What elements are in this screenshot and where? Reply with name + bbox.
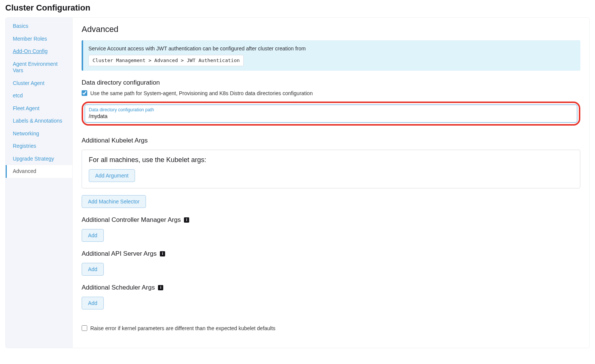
config-panel: Basics Member Roles Add-On Config Agent … (5, 17, 590, 348)
sidebar-item-fleet-agent[interactable]: Fleet Agent (6, 102, 72, 115)
heading-scheduler-args-text: Additional Scheduler Args (82, 284, 155, 291)
banner-text: Service Account access with JWT authenti… (88, 46, 306, 52)
content-area: Advanced Service Account access with JWT… (73, 18, 589, 348)
info-icon[interactable]: i (184, 217, 189, 223)
checkbox-kernel-params[interactable]: Raise error if kernel parameters are dif… (82, 325, 580, 331)
kubelet-args-box-title: For all machines, use the Kubelet args: (89, 156, 573, 164)
checkbox-kernel-params-label: Raise error if kernel parameters are dif… (90, 325, 275, 331)
heading-scheduler-args: Additional Scheduler Args i (82, 284, 580, 291)
sidebar-item-advanced[interactable]: Advanced (6, 165, 72, 178)
kubelet-args-box: For all machines, use the Kubelet args: … (82, 150, 580, 188)
sidebar-item-cluster-agent[interactable]: Cluster Agent (6, 77, 72, 90)
info-icon[interactable]: i (158, 285, 163, 290)
heading-api-server-args-text: Additional API Server Args (82, 250, 156, 257)
sidebar-item-registries[interactable]: Registries (6, 140, 72, 153)
data-dir-path-input[interactable] (89, 113, 573, 119)
sidebar: Basics Member Roles Add-On Config Agent … (6, 18, 73, 348)
sidebar-item-etcd[interactable]: etcd (6, 89, 72, 102)
heading-controller-manager-args-text: Additional Controller Manager Args (82, 216, 181, 223)
sidebar-item-member-roles[interactable]: Member Roles (6, 33, 72, 46)
sidebar-item-basics[interactable]: Basics (6, 20, 72, 33)
checkbox-same-path-input[interactable] (82, 90, 87, 96)
checkbox-same-path-label: Use the same path for System-agent, Prov… (90, 90, 313, 96)
data-dir-path-label: Data directory configuration path (89, 107, 573, 112)
add-controller-manager-arg-button[interactable]: Add (82, 229, 104, 242)
sidebar-item-add-on-config[interactable]: Add-On Config (6, 45, 72, 58)
sidebar-item-labels-annotations[interactable]: Labels & Annotations (6, 115, 72, 127)
banner-code-path: Cluster Management > Advanced > JWT Auth… (88, 55, 244, 66)
jwt-info-banner: Service Account access with JWT authenti… (82, 40, 580, 71)
checkbox-kernel-params-input[interactable] (82, 325, 87, 331)
page-title: Cluster Configuration (5, 3, 590, 13)
sidebar-item-networking[interactable]: Networking (6, 127, 72, 140)
add-argument-button[interactable]: Add Argument (89, 169, 135, 182)
sidebar-item-agent-env-vars[interactable]: Agent Environment Vars (6, 58, 72, 77)
data-dir-path-field[interactable]: Data directory configuration path (85, 105, 577, 123)
heading-kubelet-args: Additional Kubelet Args (82, 137, 580, 144)
info-icon[interactable]: i (160, 251, 165, 256)
add-scheduler-arg-button[interactable]: Add (82, 297, 104, 309)
heading-controller-manager-args: Additional Controller Manager Args i (82, 216, 580, 224)
add-machine-selector-button[interactable]: Add Machine Selector (82, 195, 146, 208)
data-dir-path-highlight: Data directory configuration path (82, 102, 580, 126)
sidebar-item-upgrade-strategy[interactable]: Upgrade Strategy (6, 153, 72, 165)
heading-api-server-args: Additional API Server Args i (82, 250, 580, 258)
checkbox-same-path[interactable]: Use the same path for System-agent, Prov… (82, 90, 580, 96)
section-title-advanced: Advanced (82, 24, 580, 34)
add-api-server-arg-button[interactable]: Add (82, 263, 104, 276)
heading-data-directory: Data directory configuration (82, 79, 580, 86)
